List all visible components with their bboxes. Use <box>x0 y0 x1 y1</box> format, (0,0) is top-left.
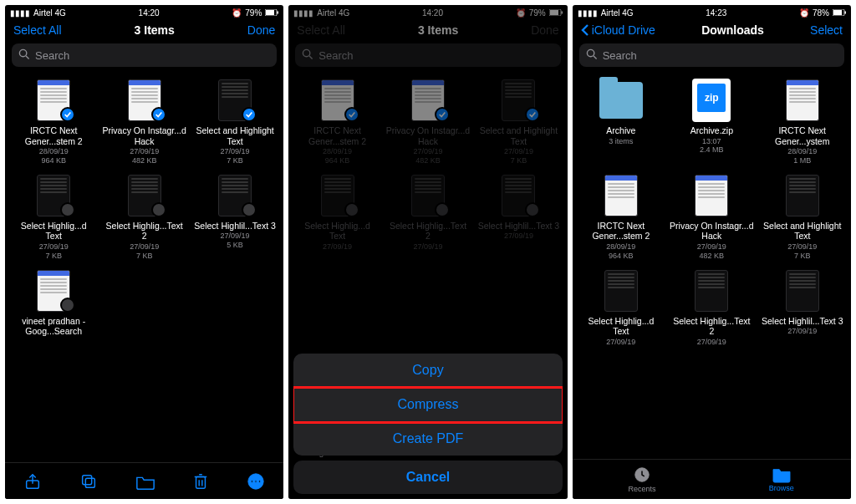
file-meta: 27/09/19 <box>787 327 817 336</box>
file-name: Archive <box>604 125 637 136</box>
file-name: Privacy On Instagr...d Hack <box>385 125 471 146</box>
file-name: IRCTC Next Gener...stem 2 <box>578 221 665 242</box>
back-button[interactable]: iCloud Drive <box>581 23 655 37</box>
file-item[interactable]: Archive3 items <box>576 77 666 171</box>
file-item[interactable]: Privacy On Instagr...d Hack27/09/19482 K… <box>383 77 473 171</box>
phone-screenshot-2: ▮▮▮▮ Airtel 4G 14:20 ⏰ 79% Select All 3 … <box>288 5 567 499</box>
clock: 14:20 <box>139 8 160 18</box>
selected-badge-icon[interactable] <box>60 107 75 122</box>
alarm-icon: ⏰ <box>516 8 526 18</box>
file-meta: 27/09/19 <box>697 338 726 347</box>
file-name: Archive.zip <box>689 125 735 136</box>
battery-percent: 78% <box>813 8 829 18</box>
file-name: vineet pradhan - Goog...Search <box>10 316 97 337</box>
more-button[interactable] <box>242 467 270 496</box>
svg-point-10 <box>251 480 252 481</box>
file-item[interactable]: Select Highlig...d Text27/09/19 <box>292 172 382 257</box>
file-name: IRCTC Next Gener...stem 2 <box>10 125 97 146</box>
cancel-button[interactable]: Cancel <box>293 461 562 494</box>
file-thumbnail <box>695 270 728 312</box>
file-item[interactable]: IRCTC Next Gener...stem 228/09/19964 KB <box>292 77 382 171</box>
search-field[interactable]: Search <box>12 43 277 67</box>
file-meta: 27/09/19 <box>323 242 352 252</box>
file-meta: 27/09/197 KB <box>787 242 817 261</box>
selected-badge-icon[interactable] <box>242 107 257 122</box>
search-field[interactable]: Search <box>579 43 844 67</box>
folder-icon <box>599 82 643 119</box>
file-item[interactable]: Select Highlig...Text 227/09/197 KB <box>99 172 189 266</box>
tab-recents[interactable]: Recents <box>573 460 712 499</box>
tab-browse[interactable]: Browse <box>711 460 851 499</box>
file-item[interactable]: IRCTC Next Gener...ystem28/09/191 MB <box>757 77 848 171</box>
file-meta: 27/09/19482 KB <box>413 147 442 165</box>
alarm-icon: ⏰ <box>799 8 809 18</box>
svg-point-16 <box>303 49 310 56</box>
file-item[interactable]: Select and Highlight Text27/09/197 KB <box>473 77 563 171</box>
file-thumbnail <box>695 175 728 216</box>
file-item[interactable]: Select Highlil...Text 327/09/195 KB <box>190 172 280 266</box>
action-create pdf[interactable]: Create PDF <box>293 422 562 456</box>
file-meta: 28/09/19964 KB <box>606 242 635 261</box>
file-meta: 28/09/19964 KB <box>323 147 352 165</box>
file-name: Select Highlig...d Text <box>293 221 380 242</box>
file-item[interactable]: Privacy On Instagr...d Hack27/09/19482 K… <box>666 172 757 266</box>
selected-badge-icon[interactable] <box>435 107 450 122</box>
file-thumbnail <box>786 79 819 121</box>
unselected-badge-icon[interactable] <box>60 202 75 217</box>
file-item[interactable]: Select and Highlight Text27/09/197 KB <box>757 172 848 266</box>
file-thumbnail <box>604 270 638 312</box>
clock: 14:20 <box>422 8 443 18</box>
file-item[interactable]: Privacy On Instagr...d Hack27/09/19482 K… <box>99 77 189 171</box>
unselected-badge-icon[interactable] <box>525 202 540 217</box>
file-name: Select Highlig...Text 2 <box>100 221 187 242</box>
svg-line-4 <box>26 56 28 59</box>
action-copy[interactable]: Copy <box>293 354 562 388</box>
svg-point-12 <box>258 480 260 481</box>
tab-label: Recents <box>628 485 655 493</box>
trash-button[interactable] <box>187 467 214 496</box>
file-thumbnail <box>604 175 638 216</box>
selected-badge-icon[interactable] <box>525 107 540 122</box>
svg-rect-15 <box>561 12 563 14</box>
share-button[interactable] <box>18 467 47 496</box>
done-button[interactable]: Done <box>247 23 275 37</box>
select-all-button[interactable]: Select All <box>13 23 62 37</box>
file-name: Select Highlil...Text 3 <box>476 221 561 232</box>
file-item[interactable]: Select Highlig...Text 227/09/19 <box>666 267 757 352</box>
file-item[interactable]: Select Highlig...d Text27/09/19 <box>576 267 666 352</box>
status-bar: ▮▮▮▮ Airtel 4G 14:20 ⏰ 79% <box>5 5 283 20</box>
selected-badge-icon[interactable] <box>151 107 166 122</box>
duplicate-button[interactable] <box>74 467 103 496</box>
svg-rect-2 <box>278 12 279 14</box>
svg-rect-8 <box>196 476 206 488</box>
nav-bar: Select All 3 Items Done <box>288 20 567 42</box>
svg-line-22 <box>594 56 597 59</box>
file-name: IRCTC Next Gener...ystem <box>759 125 846 146</box>
svg-point-3 <box>19 49 26 56</box>
move-button[interactable] <box>130 467 160 496</box>
file-item[interactable]: Select Highlil...Text 327/09/19 <box>757 267 848 352</box>
search-icon <box>586 48 598 63</box>
unselected-badge-icon[interactable] <box>151 202 166 217</box>
file-name: Select Highlig...Text 2 <box>385 221 471 242</box>
nav-bar: Select All 3 Items Done <box>5 20 283 42</box>
file-item[interactable]: zipArchive.zip13:072.4 MB <box>666 77 757 171</box>
file-item[interactable]: Select Highlig...d Text27/09/197 KB <box>8 172 99 266</box>
action-compress[interactable]: Compress <box>293 388 562 422</box>
file-item[interactable]: IRCTC Next Gener...stem 228/09/19964 KB <box>8 77 99 171</box>
file-name: Privacy On Instagr...d Hack <box>668 221 755 242</box>
file-item[interactable]: Select Highlig...Text 227/09/19 <box>383 172 473 257</box>
unselected-badge-icon[interactable] <box>344 202 359 217</box>
file-item[interactable]: Select Highlil...Text 327/09/19 <box>473 172 563 257</box>
unselected-badge-icon[interactable] <box>60 298 75 313</box>
unselected-badge-icon[interactable] <box>242 202 257 217</box>
select-button[interactable]: Select <box>810 23 843 37</box>
file-item[interactable]: vineet pradhan - Goog...Search <box>8 267 99 342</box>
search-icon <box>18 48 30 63</box>
unselected-badge-icon[interactable] <box>435 202 450 217</box>
file-item[interactable]: IRCTC Next Gener...stem 228/09/19964 KB <box>576 172 666 266</box>
selected-badge-icon[interactable] <box>344 107 359 122</box>
nav-title: Downloads <box>701 23 764 37</box>
tab-label: Browse <box>769 484 794 492</box>
file-item[interactable]: Select and Highlight Text27/09/197 KB <box>190 77 280 171</box>
